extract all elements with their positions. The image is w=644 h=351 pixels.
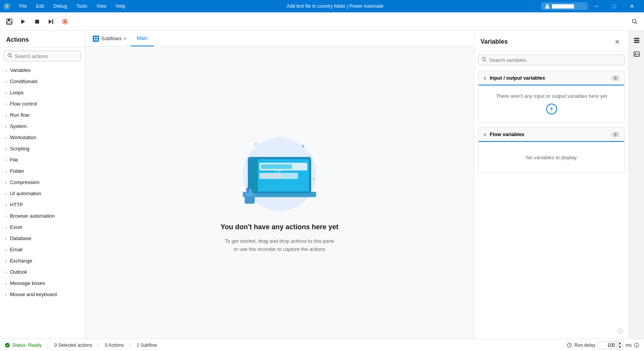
menu-view[interactable]: View — [92, 2, 110, 10]
action-item-mouse-keyboard[interactable]: › Mouse and keyboard — [0, 289, 85, 300]
action-item-workstation[interactable]: › Workstation — [0, 132, 85, 143]
record-button[interactable] — [59, 15, 71, 28]
svg-text:✦: ✦ — [312, 177, 315, 181]
flow-variables-section: ∨ Flow variables 0 No variables to displ… — [478, 127, 625, 173]
chevron-icon: › — [5, 292, 7, 297]
subflow-count: 1 Subflow — [136, 342, 157, 348]
svg-point-38 — [245, 193, 255, 196]
diamond-icon: ◇ — [618, 326, 623, 335]
action-label: Exchange — [10, 258, 32, 264]
svg-rect-42 — [634, 40, 639, 41]
action-item-flow-control[interactable]: › Flow control — [0, 98, 85, 109]
run-delay-decrement[interactable]: ▼ — [617, 345, 623, 349]
image-view-button[interactable] — [630, 48, 643, 60]
actions-search-icon — [7, 53, 12, 59]
main-panel: Subflows ▾ Main ✦ ✦ ✦ · — [85, 31, 474, 339]
action-item-http[interactable]: › HTTP — [0, 199, 85, 210]
chevron-icon: › — [5, 113, 7, 118]
menu-edit[interactable]: Edit — [32, 2, 48, 10]
action-item-system[interactable]: › System — [0, 121, 85, 132]
run-delay-input[interactable] — [598, 341, 617, 349]
app-icon-area: ⚡ — [3, 2, 11, 10]
action-item-exchange[interactable]: › Exchange — [0, 255, 85, 266]
menu-tools[interactable]: Tools — [72, 2, 91, 10]
next-step-button[interactable] — [45, 15, 57, 28]
run-delay-input-group: ▲ ▼ — [598, 341, 623, 349]
action-item-variables[interactable]: › Variables — [0, 65, 85, 76]
svg-marker-6 — [21, 19, 25, 24]
action-item-scripting[interactable]: › Scripting — [0, 143, 85, 154]
flow-variables-empty-text: No variables to display — [526, 155, 577, 160]
chevron-icon: › — [5, 281, 7, 286]
chevron-icon: › — [5, 191, 7, 196]
window-controls: ─ □ ✕ — [588, 0, 641, 12]
action-item-run-flow[interactable]: › Run flow — [0, 109, 85, 121]
svg-text:·: · — [318, 166, 319, 169]
status-separator — [48, 342, 48, 348]
maximize-button[interactable]: □ — [605, 0, 623, 12]
flow-variables-section-header[interactable]: ∨ Flow variables 0 — [479, 128, 624, 142]
action-item-database[interactable]: › Database — [0, 233, 85, 244]
menu-help[interactable]: Help — [112, 2, 129, 10]
flow-variables-section-body: No variables to display — [479, 142, 624, 173]
account-icon — [544, 3, 550, 9]
action-label: Flow control — [10, 101, 37, 107]
svg-text:⚡: ⚡ — [4, 3, 10, 9]
action-item-excel[interactable]: › Excel — [0, 222, 85, 233]
subflows-button[interactable]: Subflows ▾ — [88, 31, 131, 46]
stop-button[interactable] — [31, 15, 43, 28]
chevron-icon: › — [5, 214, 7, 218]
save-button[interactable] — [3, 15, 15, 28]
actions-search-input[interactable] — [15, 53, 77, 59]
action-item-message-boxes[interactable]: › Message boxes — [0, 278, 85, 289]
account-info[interactable]: ████████ — [541, 2, 588, 10]
flow-variables-section-title: Flow variables — [490, 131, 611, 137]
run-button[interactable] — [17, 15, 29, 28]
action-item-browser-automation[interactable]: › Browser automation — [0, 210, 85, 222]
input-output-section-header[interactable]: ∨ Input / output variables 0 — [479, 71, 624, 85]
action-item-loops[interactable]: › Loops — [0, 87, 85, 98]
menu-debug[interactable]: Debug — [49, 2, 71, 10]
chevron-icon: › — [5, 180, 7, 185]
close-button[interactable]: ✕ — [623, 0, 641, 12]
action-item-ui-automation[interactable]: › UI automation — [0, 188, 85, 199]
chevron-icon: › — [5, 236, 7, 241]
minimize-button[interactable]: ─ — [588, 0, 605, 12]
run-delay-label: Run delay — [574, 342, 595, 348]
app-layout: Actions › Variables › Conditionals › — [0, 12, 644, 351]
svg-rect-29 — [250, 159, 258, 191]
tab-main[interactable]: Main — [131, 31, 154, 46]
laptop-svg: ✦ ✦ ✦ · ✦ — [225, 132, 334, 217]
chevron-icon: › — [5, 135, 7, 140]
action-item-compression[interactable]: › Compression — [0, 177, 85, 188]
empty-state-description: To get started, drag and drop actions to… — [225, 237, 334, 254]
svg-rect-43 — [634, 42, 639, 43]
input-output-section-body: There aren't any input or output variabl… — [479, 85, 624, 122]
svg-point-45 — [635, 53, 636, 54]
flow-search-button[interactable] — [629, 15, 641, 28]
chevron-icon: › — [5, 102, 7, 106]
input-output-count-badge: 0 — [611, 75, 620, 81]
run-delay-increment[interactable]: ▲ — [617, 341, 623, 345]
actions-list: › Variables › Conditionals › Loops › Flo… — [0, 65, 85, 339]
action-label: Excel — [10, 224, 22, 230]
svg-rect-17 — [96, 37, 98, 38]
menu-file[interactable]: File — [15, 2, 31, 10]
variables-close-button[interactable]: ✕ — [612, 36, 622, 47]
action-item-outlook[interactable]: › Outlook — [0, 266, 85, 278]
variables-panel-header: Variables ✕ — [474, 31, 629, 51]
add-icon: + — [549, 105, 554, 113]
action-item-email[interactable]: › Email — [0, 244, 85, 255]
save-icon — [6, 18, 13, 25]
svg-rect-5 — [7, 22, 11, 24]
variables-search-input[interactable] — [489, 57, 621, 63]
action-item-folder[interactable]: › Folder — [0, 165, 85, 177]
layers-button[interactable] — [630, 34, 643, 46]
svg-line-15 — [11, 56, 12, 58]
svg-rect-4 — [8, 19, 10, 21]
action-item-file[interactable]: › File — [0, 154, 85, 165]
action-item-conditionals[interactable]: › Conditionals — [0, 76, 85, 87]
flow-search-icon — [632, 19, 638, 25]
add-input-output-variable-button[interactable]: + — [546, 104, 557, 114]
svg-rect-44 — [634, 52, 639, 56]
